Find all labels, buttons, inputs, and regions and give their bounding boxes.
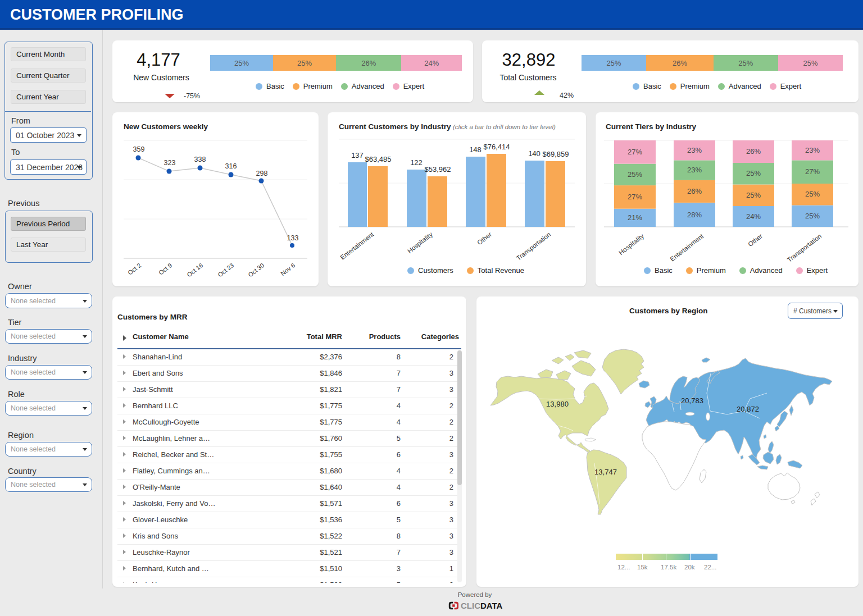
svg-text:23%: 23% [687,166,702,174]
svg-text:316: 316 [225,162,237,170]
svg-text:$76,414: $76,414 [484,143,510,151]
svg-text:$63,485: $63,485 [365,155,392,163]
svg-text:Entertainment: Entertainment [339,231,375,261]
svg-text:Nov 6: Nov 6 [279,262,296,277]
svg-text:24%: 24% [746,212,761,221]
svg-text:13,980: 13,980 [546,400,569,408]
svg-text:25%: 25% [746,169,761,177]
svg-text:20,783: 20,783 [681,396,703,405]
svg-text:28%: 28% [687,211,702,219]
svg-text:26%: 26% [687,187,702,195]
svg-text:20,872: 20,872 [737,405,759,413]
svg-text:Oct 16: Oct 16 [185,262,204,278]
svg-text:Hospitality: Hospitality [406,231,434,254]
svg-text:Oct 30: Oct 30 [247,262,265,278]
svg-text:122: 122 [410,158,423,167]
svg-text:298: 298 [256,170,268,177]
svg-text:Entertainment: Entertainment [669,232,705,263]
svg-text:26%: 26% [746,147,761,156]
svg-text:Transportation: Transportation [786,232,823,263]
svg-text:27%: 27% [805,167,820,176]
svg-text:Oct 23: Oct 23 [216,262,235,278]
svg-text:25%: 25% [805,212,820,220]
svg-text:Oct 2: Oct 2 [126,262,142,276]
svg-text:$69,859: $69,859 [543,150,569,158]
svg-text:137: 137 [351,151,364,159]
svg-text:338: 338 [194,156,206,163]
svg-text:Other: Other [476,231,493,246]
svg-text:23%: 23% [805,146,820,154]
svg-text:13,747: 13,747 [594,468,617,476]
svg-text:148: 148 [469,145,482,154]
svg-text:Hospitality: Hospitality [617,232,645,256]
svg-text:21%: 21% [628,213,642,222]
svg-text:23%: 23% [687,146,702,154]
svg-text:25%: 25% [628,170,642,179]
svg-text:Other: Other [747,232,764,248]
svg-text:25%: 25% [746,191,761,199]
svg-text:133: 133 [287,234,299,242]
svg-text:Transportation: Transportation [515,231,552,262]
svg-text:27%: 27% [628,148,642,156]
svg-text:$53,962: $53,962 [425,165,451,174]
svg-text:359: 359 [133,145,145,153]
svg-text:25%: 25% [805,190,820,198]
svg-text:27%: 27% [628,193,642,201]
svg-text:140: 140 [528,149,540,158]
svg-text:Oct 9: Oct 9 [157,262,173,276]
svg-text:323: 323 [164,159,176,167]
